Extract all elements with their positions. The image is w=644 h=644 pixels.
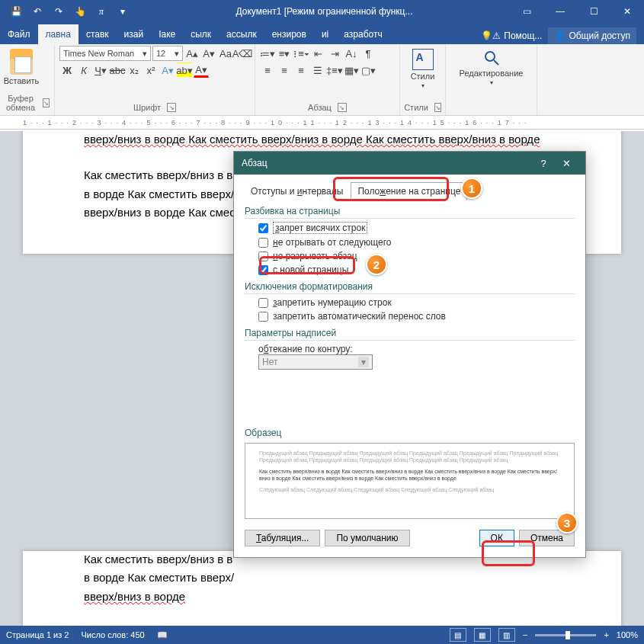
font-size-combo[interactable]: 12▾ [152, 46, 183, 61]
ribbon-body: Вставить Буфер обмена↘ Times New Roman▾ … [0, 44, 644, 116]
view-read-icon[interactable]: ▤ [450, 628, 466, 642]
cb-keep-together-label: не разрывать абзац [273, 251, 357, 261]
tab-layout[interactable]: Іаке [151, 24, 183, 44]
status-proofing-icon[interactable]: 📖 [157, 630, 168, 640]
share-button[interactable]: 👤 Общий доступ [548, 27, 636, 44]
group-clipboard-label: Буфер обмена [5, 94, 37, 112]
ruler[interactable]: 1···1···2···3···4···5···6···7···8···9···… [0, 116, 644, 130]
default-button[interactable]: По умолчанию [325, 530, 409, 546]
status-page[interactable]: Страница 1 из 2 [6, 630, 69, 639]
font-launcher[interactable]: ↘ [167, 103, 176, 112]
line-spacing-icon[interactable]: ‡≡▾ [327, 62, 342, 78]
italic-icon[interactable]: К [76, 62, 91, 78]
svg-point-0 [485, 52, 495, 61]
superscript-icon[interactable]: x² [143, 62, 159, 78]
align-left-icon[interactable]: ≡ [260, 62, 275, 78]
tab-home[interactable]: лавна [38, 24, 78, 44]
dialog-title: Абзац [242, 158, 268, 168]
cb-widow-orphan-label: запрет висячих строк [273, 222, 367, 234]
bullets-icon[interactable]: ≔▾ [260, 46, 275, 61]
cb-suppress-line-numbers[interactable] [258, 298, 268, 308]
tab-insert[interactable]: ставк [78, 24, 117, 44]
font-color-icon[interactable]: A▾ [194, 62, 209, 78]
zoom-level[interactable]: 100% [617, 630, 638, 639]
dialog-help-icon[interactable]: ? [532, 152, 555, 175]
minimize-icon[interactable]: — [543, 0, 577, 23]
styles-button[interactable]: Стили▾ [405, 46, 441, 92]
change-case-icon[interactable]: Aa [218, 46, 233, 61]
save-icon[interactable]: 💾 [6, 2, 26, 21]
grow-font-icon[interactable]: A▴ [184, 46, 200, 61]
multilevel-icon[interactable]: ⫶≡▾ [293, 46, 309, 61]
strike-icon[interactable]: abc [110, 62, 125, 78]
zoom-slider[interactable] [535, 634, 596, 636]
callout-3: 3 [556, 512, 578, 533]
tab-developer[interactable]: азработч [336, 24, 389, 44]
tab-design[interactable]: изай [117, 24, 152, 44]
shrink-font-icon[interactable]: A▾ [201, 46, 216, 61]
paragraph-launcher[interactable]: ↘ [338, 103, 347, 112]
callout-1: 1 [461, 178, 482, 199]
zoom-out-icon[interactable]: − [523, 630, 527, 639]
statusbar: Страница 1 из 2 Число слов: 450 📖 ▤ ▦ ▥ … [0, 626, 644, 644]
tab-view[interactable]: иі [314, 24, 336, 44]
clear-format-icon[interactable]: A⌫ [235, 46, 250, 61]
dialog-titlebar[interactable]: Абзац ? ✕ [234, 152, 585, 175]
subscript-icon[interactable]: x₂ [127, 62, 142, 78]
help-button[interactable]: 💡⚠ Помощ... [481, 30, 542, 41]
align-center-icon[interactable]: ≡ [277, 62, 292, 78]
cb-page-break-before-label: с новой страницы [273, 264, 348, 275]
tab-references[interactable]: сылк [183, 24, 219, 44]
ribbon-tabs: Файл лавна ставк изай Іаке сылк ассылк е… [0, 23, 644, 44]
redo-icon[interactable]: ↷ [49, 2, 69, 21]
text-effects-icon[interactable]: A▾ [160, 62, 175, 78]
ok-button[interactable]: ОК [479, 530, 514, 546]
styles-icon [412, 49, 434, 70]
underline-icon[interactable]: Ч▾ [93, 62, 108, 78]
show-marks-icon[interactable]: ¶ [360, 46, 376, 61]
sort-icon[interactable]: A↓ [344, 46, 359, 61]
borders-icon[interactable]: ▢▾ [360, 62, 376, 78]
touch-mode-icon[interactable]: 👆 [70, 2, 90, 21]
align-right-icon[interactable]: ≡ [293, 62, 309, 78]
tab-page-position[interactable]: Положение на странице [351, 182, 467, 200]
view-print-icon[interactable]: ▦ [474, 628, 491, 642]
clipboard-launcher[interactable]: ↘ [43, 98, 50, 107]
bold-icon[interactable]: Ж [59, 62, 75, 78]
tab-indents[interactable]: Отступы и интервалы [245, 183, 349, 200]
tab-file[interactable]: Файл [0, 24, 38, 44]
paste-button[interactable]: Вставить [5, 46, 38, 88]
close-icon[interactable]: ✕ [610, 0, 644, 23]
cb-keep-together[interactable] [258, 252, 268, 261]
tab-review[interactable]: ензиров [264, 24, 314, 44]
equation-icon[interactable]: π [91, 2, 111, 21]
undo-icon[interactable]: ↶ [27, 2, 47, 21]
window-title: Документ1 [Режим ограниченной функц... [139, 6, 510, 17]
numbering-icon[interactable]: ≡▾ [277, 46, 292, 61]
cb-page-break-before[interactable] [258, 265, 268, 275]
decrease-indent-icon[interactable]: ⇤ [310, 46, 325, 61]
view-web-icon[interactable]: ▥ [498, 628, 515, 642]
cb-dont-hyphenate[interactable] [258, 312, 268, 322]
tabs-button[interactable]: Табуляция... [245, 530, 320, 546]
status-words[interactable]: Число слов: 450 [81, 630, 144, 639]
body-text-2[interactable]: Как сместить вверх/вниз в в в ворде Как … [84, 551, 560, 626]
editing-button[interactable]: Редактирование▾ [450, 46, 532, 89]
highlight-icon[interactable]: ab▾ [177, 62, 192, 78]
qat-more-icon[interactable]: ▾ [113, 2, 133, 21]
maximize-icon[interactable]: ☐ [577, 0, 610, 23]
preview-box: Предыдущий абзац Предыдущий абзац Предыд… [245, 443, 575, 519]
zoom-in-icon[interactable]: + [604, 630, 608, 639]
tab-mailings[interactable]: ассылк [219, 24, 264, 44]
cb-keep-with-next[interactable] [258, 238, 268, 248]
shading-icon[interactable]: ▦▾ [344, 62, 359, 78]
increase-indent-icon[interactable]: ⇥ [327, 46, 342, 61]
dialog-close-icon[interactable]: ✕ [555, 152, 578, 175]
cb-widow-orphan[interactable] [258, 223, 268, 233]
ribbon-options-icon[interactable]: ▭ [510, 0, 543, 23]
wrap-label: обтекание по контуру: [245, 344, 575, 354]
font-name-combo[interactable]: Times New Roman▾ [59, 46, 151, 61]
justify-icon[interactable]: ☰ [310, 62, 325, 78]
styles-launcher[interactable]: ↘ [434, 103, 441, 112]
group-paragraph-label: Абзац [308, 103, 332, 112]
